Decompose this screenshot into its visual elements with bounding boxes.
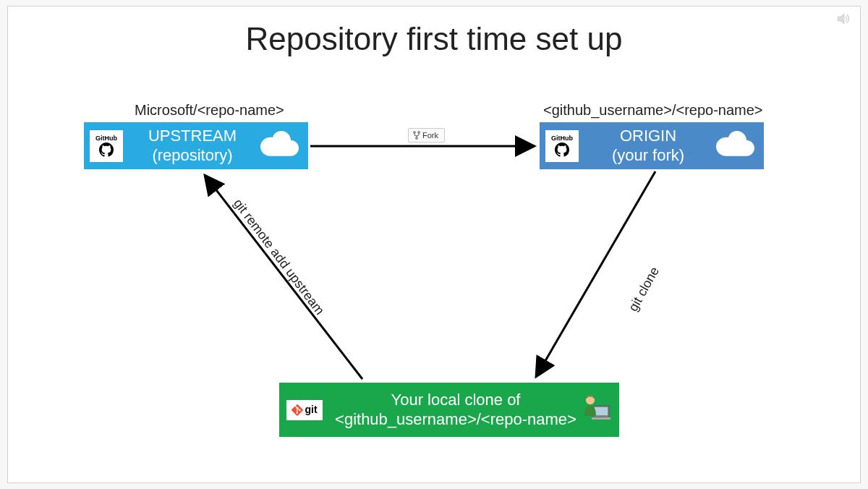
fork-icon [413, 131, 420, 140]
origin-text: ORIGIN (your fork) [584, 127, 712, 165]
svg-line-9 [536, 171, 655, 377]
github-icon: GitHub [545, 130, 579, 162]
git-icon: git [286, 400, 323, 420]
arrow-label-remote: git remote add upstream [230, 196, 327, 318]
upstream-text: UPSTREAM (repository) [129, 127, 256, 165]
origin-label: <github_username>/<repo-name> [543, 102, 763, 119]
slide: Repository first time set up Microsoft/<… [7, 6, 861, 483]
github-icon: GitHub [90, 130, 123, 162]
slide-title: Repository first time set up [8, 21, 860, 57]
svg-line-10 [205, 175, 362, 379]
fork-button[interactable]: Fork [408, 128, 445, 143]
svg-rect-1 [595, 407, 608, 415]
cloud-icon [256, 129, 301, 162]
cloud-icon [712, 129, 757, 162]
svg-point-5 [414, 132, 416, 134]
svg-point-7 [416, 137, 418, 140]
svg-rect-2 [592, 417, 610, 420]
upstream-box: GitHub UPSTREAM (repository) [84, 122, 308, 169]
arrow-label-clone: git clone [626, 264, 663, 314]
svg-point-4 [586, 396, 595, 404]
user-computer-icon [582, 393, 610, 426]
local-text: Your local clone of <github_username>/<r… [330, 391, 582, 429]
upstream-label: Microsoft/<repo-name> [135, 102, 284, 119]
svg-point-6 [418, 132, 420, 134]
origin-box: GitHub ORIGIN (your fork) [540, 122, 764, 169]
local-box: git Your local clone of <github_username… [279, 383, 619, 437]
